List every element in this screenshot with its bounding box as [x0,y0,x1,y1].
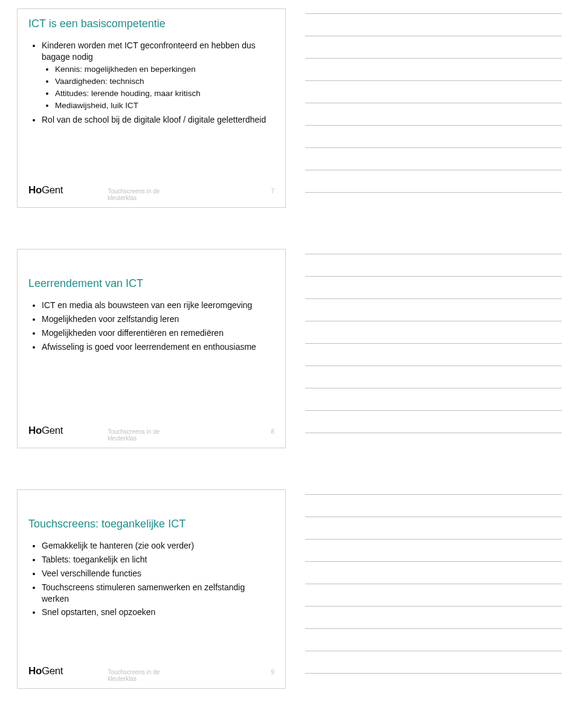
note-line [305,606,562,607]
note-line [305,628,562,629]
footer-text: Touchscreens in de kleuterklas [108,669,176,682]
list-item: Tablets: toegankelijk en licht [42,554,272,565]
list-item: Veel verschillende functies [42,568,272,579]
note-line [305,321,562,321]
logo: HoGent [28,184,63,196]
list-item: Touchscreens stimuleren samenwerken en z… [42,582,272,605]
bullet-list: Gemakkelijk te hanteren (zie ook verder)… [18,540,285,618]
note-line [305,147,562,148]
list-item: Mediawijsheid, luik ICT [55,100,272,111]
list-item: ICT en media als bouwsteen van een rijke… [42,300,272,311]
slide-footer: HoGent Touchscreens in de kleuterklas 7 [28,184,274,201]
note-line [305,494,562,495]
note-line [305,673,562,674]
note-line [305,388,562,388]
note-line [305,170,562,170]
note-line [305,366,562,366]
note-line [305,125,562,126]
note-line [305,103,562,103]
note-line [305,517,562,517]
note-line [305,539,562,540]
handout-page: ICT is een basiscompetentie Kinderen wor… [0,0,580,728]
note-line [305,192,562,193]
page-number: 9 [271,669,274,675]
note-line [305,58,562,59]
slide-title: ICT is een basiscompetentie [18,9,285,36]
slide-9: Touchscreens: toegankelijke ICT Gemakkel… [17,489,286,689]
note-line [305,254,562,254]
note-line [305,80,562,81]
logo: HoGent [28,425,63,437]
logo-bold: Ho [28,665,42,677]
note-line [305,36,562,36]
note-line [305,561,562,562]
list-item: Snel opstarten, snel opzoeken [42,607,272,618]
logo: HoGent [28,665,63,677]
bullet-list: ICT en media als bouwsteen van een rijke… [18,300,285,353]
logo-bold: Ho [28,425,42,436]
note-line [305,584,562,584]
note-line [305,276,562,277]
slide-footer: HoGent Touchscreens in de kleuterklas 9 [28,665,274,682]
slide-title: Leerrendement van ICT [18,250,285,296]
notes-area [305,494,562,695]
notes-area [305,254,562,455]
item-text: Rol van de school bij de digitale kloof … [42,115,266,124]
logo-rest: Gent [42,665,63,677]
logo-rest: Gent [42,184,63,196]
list-item: Gemakkelijk te hanteren (zie ook verder) [42,540,272,552]
logo-rest: Gent [42,425,63,436]
list-item: Mogelijkheden voor differentiëren en rem… [42,327,272,339]
list-item: Attitudes: lerende houding, maar kritisc… [55,88,272,99]
note-line [305,298,562,299]
note-line [305,651,562,651]
slide-8: Leerrendement van ICT ICT en media als b… [17,249,286,448]
note-line [305,410,562,411]
notes-area [305,13,562,214]
bullet-list: Kinderen worden met ICT geconfronteerd e… [18,40,285,126]
sub-list: Kennis: mogelijkheden en beperkingen Vaa… [42,64,272,112]
note-line [305,343,562,344]
list-item: Mogelijkheden voor zelfstandig leren [42,314,272,325]
slide-footer: HoGent Touchscreens in de kleuterklas 8 [28,425,274,442]
slide-title: Touchscreens: toegankelijke ICT [18,490,285,536]
footer-text: Touchscreens in de kleuterklas [108,428,176,442]
list-item: Vaardigheden: technisch [55,76,272,87]
list-item: Rol van de school bij de digitale kloof … [42,114,272,126]
item-text: Kinderen worden met ICT geconfronteerd e… [42,40,256,62]
page-number: 8 [271,428,274,435]
list-item: Kinderen worden met ICT geconfronteerd e… [42,40,272,112]
logo-bold: Ho [28,184,42,196]
note-line [305,433,562,433]
note-line [305,13,562,14]
list-item: Afwisseling is goed voor leerrendement e… [42,341,272,353]
slide-7: ICT is een basiscompetentie Kinderen wor… [17,8,286,208]
page-number: 7 [271,188,274,195]
list-item: Kennis: mogelijkheden en beperkingen [55,64,272,75]
footer-text: Touchscreens in de kleuterklas [108,188,176,201]
